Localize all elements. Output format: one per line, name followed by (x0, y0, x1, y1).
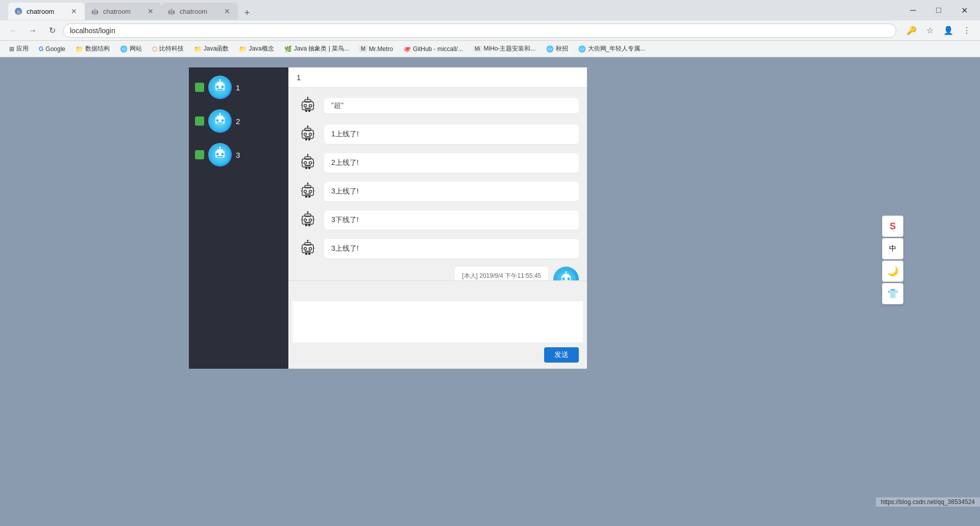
user-avatar (553, 267, 579, 280)
page-body: 1 (0, 57, 980, 507)
title-bar: 🤖 chatroom ✕ 🤖 chatroom ✕ 🤖 chatroom ✕ +… (0, 0, 980, 20)
message-1: 2上线了! (297, 152, 579, 174)
status-bar: https://blog.csdn.net/qq_38534524 (876, 497, 980, 507)
robot-icon-2 (297, 180, 319, 203)
float-btn-s[interactable]: S (882, 216, 903, 237)
svg-point-39 (304, 133, 307, 136)
apps-icon: ⊞ (9, 45, 14, 53)
svg-rect-89 (308, 253, 310, 255)
user-3-name: 3 (236, 151, 240, 159)
svg-point-58 (307, 154, 309, 156)
sidebar-item-user-2[interactable]: 2 (189, 106, 288, 136)
message-3-bubble: 3下线了! (324, 210, 579, 230)
sidebar-item-user-1[interactable]: 1 (189, 73, 288, 102)
profile-icon[interactable]: 👤 (940, 22, 957, 39)
tab-1-close[interactable]: ✕ (69, 7, 79, 16)
back-button[interactable]: ← (5, 22, 21, 39)
svg-point-17 (219, 113, 221, 114)
forward-button[interactable]: → (24, 22, 41, 39)
svg-rect-56 (308, 167, 310, 169)
bookmark-java-abstract[interactable]: 🌿 Java 抽象类 | 菜鸟... (280, 43, 353, 54)
svg-rect-20 (217, 149, 223, 151)
message-1-bubble: 2上线了! (324, 153, 579, 173)
tab-3[interactable]: 🤖 chatroom ✕ (161, 3, 238, 20)
svg-rect-4 (217, 82, 223, 84)
status-dot-1 (195, 83, 204, 92)
svg-point-14 (222, 119, 224, 122)
folder-icon-java: 📁 (194, 45, 202, 53)
user-message-row: [本人] 2019/9/4 下午11:55:45 Hello World (297, 267, 579, 280)
svg-rect-38 (305, 128, 311, 131)
window-controls: ─ □ ✕ (901, 2, 976, 18)
message-input[interactable] (292, 301, 583, 342)
svg-rect-82 (305, 243, 311, 245)
nav-icons: 🔑 ☆ 👤 ⋮ (903, 22, 975, 39)
address-bar[interactable]: localhost/login (63, 23, 896, 38)
sidebar-item-user-3[interactable]: 3 (189, 140, 288, 170)
chat-header: 1 (288, 67, 587, 88)
svg-point-40 (309, 133, 312, 136)
close-button[interactable]: ✕ (952, 2, 976, 18)
bookmark-github[interactable]: 🐙 GitHub - miccall/... (399, 44, 467, 54)
star-icon[interactable]: ☆ (922, 22, 938, 39)
bookmark-ds[interactable]: 📁 数据结构 (71, 43, 114, 54)
minimize-button[interactable]: ─ (901, 2, 925, 18)
svg-rect-15 (217, 123, 223, 124)
chatroom-app: 1 (189, 67, 587, 369)
svg-point-5 (216, 86, 219, 88)
svg-point-69 (307, 183, 309, 184)
bookmark-site[interactable]: 🌐 网站 (116, 43, 146, 54)
tab-2[interactable]: 🤖 chatroom ✕ (85, 3, 161, 20)
bookmark-miho[interactable]: Mi MiHo-主题安装和... (469, 43, 540, 54)
reload-button[interactable]: ↻ (44, 22, 60, 39)
svg-rect-60 (305, 185, 311, 188)
message-2: 3上线了! (297, 180, 579, 203)
tab-1-favicon: 🤖 (14, 7, 22, 15)
float-btn-shirt[interactable]: 👕 (882, 283, 903, 304)
input-area: 发送 (288, 280, 587, 369)
bookmark-mrmetro[interactable]: M Mr.Metro (355, 44, 397, 54)
bookmark-autumn[interactable]: 🌐 秋招 (542, 43, 572, 54)
key-icon[interactable]: 🔑 (903, 22, 920, 39)
robot-avatar-3 (210, 145, 230, 165)
svg-rect-30 (305, 108, 311, 109)
github-icon: 🐙 (403, 45, 411, 53)
svg-point-21 (216, 153, 219, 156)
svg-point-61 (304, 190, 307, 193)
svg-point-96 (568, 278, 570, 280)
svg-rect-88 (305, 253, 307, 255)
tab-3-label: chatroom (180, 8, 207, 15)
bookmark-google[interactable]: G Google (35, 44, 69, 54)
svg-point-73 (309, 219, 312, 222)
svg-point-6 (222, 86, 224, 88)
float-btn-chinese[interactable]: 中 (882, 238, 903, 259)
tab-3-close[interactable]: ✕ (223, 7, 232, 16)
tab-2-close[interactable]: ✕ (146, 7, 155, 16)
leaf-icon: 🌿 (284, 45, 292, 53)
tab-1[interactable]: 🤖 chatroom ✕ (8, 3, 85, 20)
svg-rect-63 (305, 194, 311, 195)
svg-rect-66 (305, 196, 307, 198)
svg-point-13 (216, 119, 219, 122)
tabs-bar: 🤖 chatroom ✕ 🤖 chatroom ✕ 🤖 chatroom ✕ + (4, 1, 901, 20)
menu-icon[interactable]: ⋮ (959, 22, 975, 39)
svg-rect-94 (563, 274, 569, 276)
svg-point-99 (566, 271, 567, 273)
partial-message: "超" (297, 94, 579, 117)
user-message-bubble: [本人] 2019/9/4 下午11:55:45 Hello World (455, 267, 548, 280)
svg-point-80 (307, 211, 309, 213)
sidebar: 1 (189, 67, 288, 369)
bookmark-bit[interactable]: ⬡ 比特科技 (148, 43, 188, 54)
maximize-button[interactable]: □ (927, 2, 950, 18)
bookmark-apps[interactable]: ⊞ 应用 (5, 43, 33, 54)
new-tab-button[interactable]: + (240, 6, 254, 20)
browser-frame: 🤖 chatroom ✕ 🤖 chatroom ✕ 🤖 chatroom ✕ +… (0, 0, 980, 57)
svg-rect-71 (305, 214, 311, 217)
bookmark-java-func[interactable]: 📁 Java函数 (190, 43, 233, 54)
bookmark-java-concept[interactable]: 📁 Java概念 (235, 43, 278, 54)
svg-point-36 (307, 97, 309, 99)
send-button[interactable]: 发送 (544, 347, 579, 363)
bookmark-dajie[interactable]: 🌐 大街网_年轻人专属... (574, 43, 650, 54)
float-btn-moon[interactable]: 🌙 (882, 260, 903, 282)
svg-rect-78 (308, 224, 310, 226)
